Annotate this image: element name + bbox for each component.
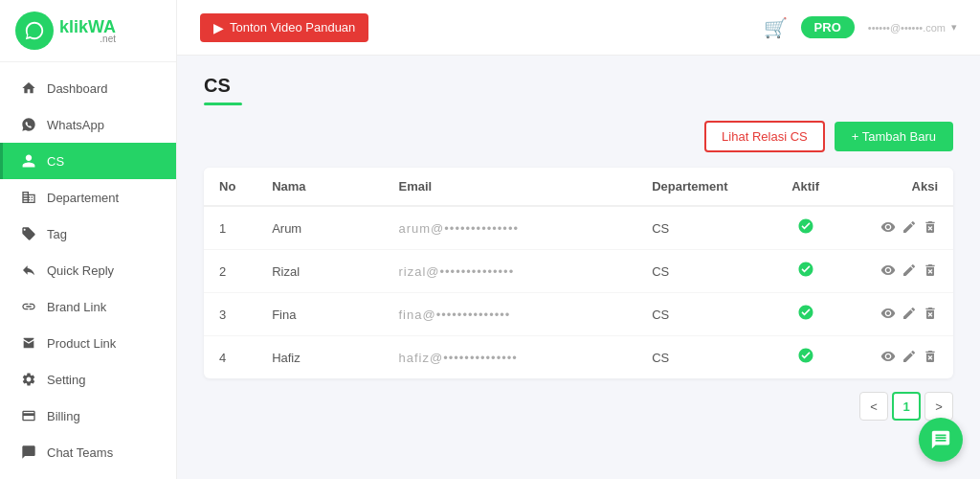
aktif-check-icon bbox=[797, 351, 814, 367]
table-row: 3 Fina fina@•••••••••••••• CS bbox=[204, 293, 953, 336]
view-icon[interactable] bbox=[880, 262, 896, 281]
cell-aksi bbox=[848, 206, 953, 250]
sidebar-item-billing[interactable]: Billing bbox=[0, 398, 176, 434]
page-title: CS bbox=[204, 75, 953, 97]
page-1-button[interactable]: 1 bbox=[892, 392, 921, 421]
sidebar-item-tag[interactable]: Tag bbox=[0, 216, 176, 252]
sidebar-item-cs[interactable]: CS bbox=[0, 143, 176, 179]
col-header-email: Email bbox=[383, 168, 636, 206]
cell-aktif bbox=[763, 293, 847, 336]
building-icon bbox=[20, 189, 37, 206]
edit-icon[interactable] bbox=[902, 219, 917, 238]
reply-icon bbox=[20, 262, 37, 279]
cell-aktif bbox=[763, 336, 847, 379]
cell-dept: CS bbox=[636, 336, 763, 379]
sidebar-item-quick-reply[interactable]: Quick Reply bbox=[0, 252, 176, 288]
fab-chat-button[interactable] bbox=[919, 418, 963, 462]
col-header-aksi: Aksi bbox=[848, 168, 953, 206]
sidebar-label-chat-teams: Chat Teams bbox=[47, 445, 113, 460]
tambah-baru-button[interactable]: + Tambah Baru bbox=[835, 122, 953, 151]
sidebar-item-whatsapp[interactable]: WhatsApp bbox=[0, 106, 176, 143]
col-header-nama: Nama bbox=[256, 168, 383, 206]
cell-aktif bbox=[763, 250, 847, 293]
main-content: ▶ Tonton Video Panduan 🛒 PRO ••••••@••••… bbox=[177, 0, 980, 479]
aktif-check-icon bbox=[797, 308, 814, 324]
gear-icon bbox=[20, 371, 37, 388]
cell-dept: CS bbox=[636, 250, 763, 293]
view-icon[interactable] bbox=[880, 306, 896, 324]
cell-no: 2 bbox=[204, 250, 256, 293]
sidebar-item-dashboard[interactable]: Dashboard bbox=[0, 70, 176, 106]
logo: klikWA .net bbox=[0, 0, 176, 62]
link-icon bbox=[20, 298, 37, 315]
cs-table: No Nama Email Departement Aktif Aksi 1 A… bbox=[204, 168, 953, 378]
person-icon bbox=[20, 152, 37, 170]
page-prev-button[interactable]: < bbox=[859, 392, 888, 421]
video-btn-label: Tonton Video Panduan bbox=[230, 20, 355, 34]
sidebar: klikWA .net Dashboard WhatsApp CS bbox=[0, 0, 177, 479]
tag-icon bbox=[20, 225, 37, 242]
col-header-aktif: Aktif bbox=[763, 168, 847, 206]
sidebar-item-product-link[interactable]: Product Link bbox=[0, 325, 176, 361]
cell-dept: CS bbox=[636, 293, 763, 336]
col-header-dept: Departement bbox=[636, 168, 763, 206]
play-icon: ▶ bbox=[213, 20, 224, 35]
cell-aksi bbox=[848, 293, 953, 336]
view-icon[interactable] bbox=[880, 219, 896, 238]
header-left: ▶ Tonton Video Panduan bbox=[200, 13, 368, 42]
video-button[interactable]: ▶ Tonton Video Panduan bbox=[200, 13, 368, 42]
lihat-relasi-button[interactable]: Lihat Relasi CS bbox=[704, 121, 825, 152]
cell-nama: Arum bbox=[256, 206, 383, 250]
header-right: 🛒 PRO ••••••@••••••.com ▾ bbox=[764, 16, 957, 39]
sidebar-item-setting[interactable]: Setting bbox=[0, 361, 176, 398]
product-icon bbox=[20, 334, 37, 352]
logo-icon bbox=[15, 11, 54, 50]
sidebar-label-quick-reply: Quick Reply bbox=[47, 263, 114, 278]
edit-icon[interactable] bbox=[902, 262, 917, 281]
pagination: < 1 > bbox=[204, 392, 953, 421]
cell-no: 1 bbox=[204, 206, 256, 250]
delete-icon[interactable] bbox=[923, 219, 938, 238]
sidebar-item-departement[interactable]: Departement bbox=[0, 179, 176, 216]
table-header-row: No Nama Email Departement Aktif Aksi bbox=[204, 168, 953, 206]
delete-icon[interactable] bbox=[923, 306, 938, 324]
action-bar: Lihat Relasi CS + Tambah Baru bbox=[204, 121, 953, 152]
sidebar-label-billing: Billing bbox=[47, 409, 80, 423]
edit-icon[interactable] bbox=[902, 306, 917, 324]
cell-aktif bbox=[763, 206, 847, 250]
billing-icon bbox=[20, 407, 37, 424]
pro-badge[interactable]: PRO bbox=[801, 16, 855, 38]
cell-dept: CS bbox=[636, 206, 763, 250]
sidebar-item-brand-link[interactable]: Brand Link bbox=[0, 288, 176, 325]
cell-nama: Hafiz bbox=[256, 336, 383, 379]
home-icon bbox=[20, 80, 37, 97]
edit-icon[interactable] bbox=[902, 349, 917, 367]
view-icon[interactable] bbox=[880, 349, 896, 367]
content-area: CS Lihat Relasi CS + Tambah Baru No Nama… bbox=[177, 56, 980, 479]
user-email: ••••••@••••••.com bbox=[868, 22, 946, 34]
cell-no: 3 bbox=[204, 293, 256, 336]
user-info[interactable]: ••••••@••••••.com ▾ bbox=[868, 21, 957, 34]
cell-nama: Rizal bbox=[256, 250, 383, 293]
title-underline bbox=[204, 103, 242, 105]
sidebar-label-dashboard: Dashboard bbox=[47, 81, 108, 96]
aktif-check-icon bbox=[797, 264, 814, 281]
delete-icon[interactable] bbox=[923, 349, 938, 367]
sidebar-nav: Dashboard WhatsApp CS Departement bbox=[0, 62, 176, 479]
cell-email: fina@•••••••••••••• bbox=[383, 293, 636, 336]
table-row: 2 Rizal rizal@•••••••••••••• CS bbox=[204, 250, 953, 293]
cell-aksi bbox=[848, 336, 953, 379]
cart-icon[interactable]: 🛒 bbox=[764, 16, 788, 39]
sidebar-label-tag: Tag bbox=[47, 227, 67, 241]
whatsapp-icon bbox=[20, 116, 37, 133]
sidebar-item-chat-teams[interactable]: Chat Teams bbox=[0, 434, 176, 470]
sidebar-label-departement: Departement bbox=[47, 191, 119, 205]
cell-aksi bbox=[848, 250, 953, 293]
sidebar-label-setting: Setting bbox=[47, 373, 85, 387]
page-next-button[interactable]: > bbox=[924, 392, 953, 421]
sidebar-label-product-link: Product Link bbox=[47, 336, 116, 351]
col-header-no: No bbox=[204, 168, 256, 206]
chevron-down-icon: ▾ bbox=[951, 21, 957, 34]
cell-email: hafiz@•••••••••••••• bbox=[383, 336, 636, 379]
delete-icon[interactable] bbox=[923, 262, 938, 281]
